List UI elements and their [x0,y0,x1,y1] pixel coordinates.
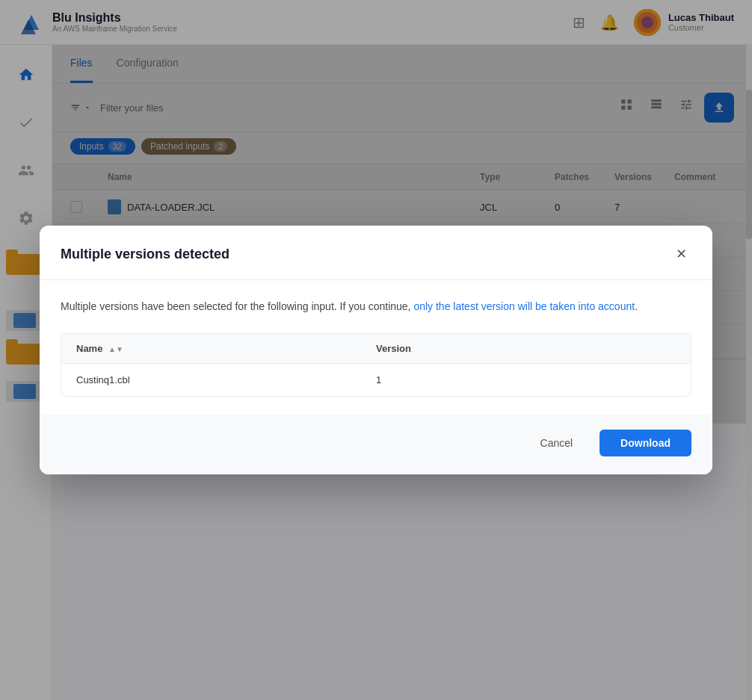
dialog-body: Multiple versions have been selected for… [40,280,712,414]
dialog-desc-highlight: only the latest version will be taken in… [413,300,635,312]
col-version-header: Version [376,343,676,354]
versions-table: Name ▲▼ Version Custinq1.cbl 1 [61,333,691,397]
modal-overlay: Multiple versions detected ✕ Multiple ve… [0,0,752,700]
versions-table-header: Name ▲▼ Version [61,334,691,364]
dialog-title: Multiple versions detected [61,247,229,262]
dialog: Multiple versions detected ✕ Multiple ve… [40,226,712,474]
cancel-button[interactable]: Cancel [523,430,591,456]
sort-icon: ▲▼ [108,345,123,353]
row-version: 1 [376,374,676,385]
dialog-footer: Cancel Download [40,415,712,474]
download-button[interactable]: Download [600,430,691,456]
dialog-header: Multiple versions detected ✕ [40,226,712,280]
col-name-header: Name ▲▼ [76,343,376,354]
dialog-desc-end: . [635,300,638,312]
dialog-desc-plain: Multiple versions have been selected for… [61,300,413,312]
row-name: Custinq1.cbl [76,374,376,385]
versions-table-row: Custinq1.cbl 1 [61,364,691,396]
dialog-close-button[interactable]: ✕ [671,244,691,264]
dialog-description: Multiple versions have been selected for… [61,298,691,315]
